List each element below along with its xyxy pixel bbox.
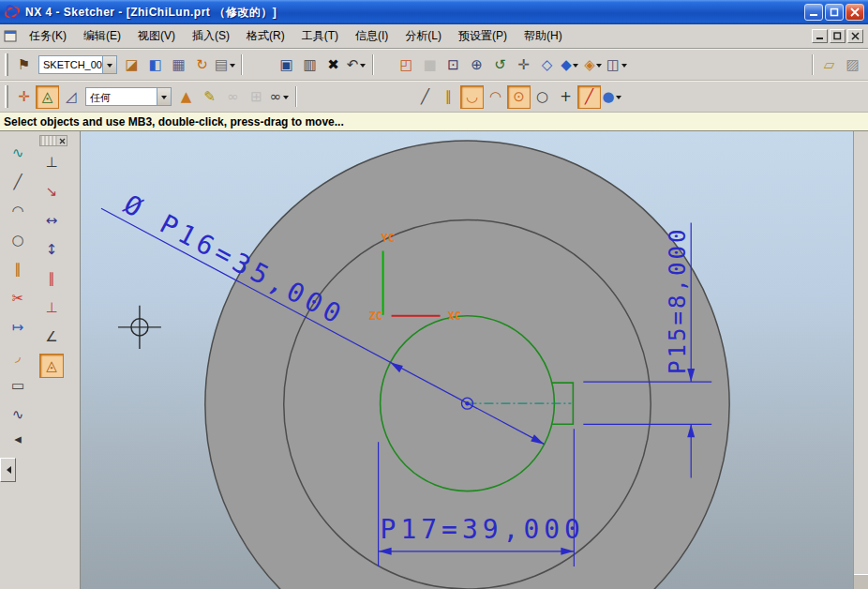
annotation-button[interactable]: ▨ xyxy=(841,53,864,77)
shaded-view-button[interactable]: ◆ xyxy=(559,53,582,77)
profile-tool-button[interactable]: ∿ xyxy=(6,141,30,165)
finish-sketch-button[interactable]: ⚑ xyxy=(12,53,36,77)
derived-line-button[interactable]: ∥ xyxy=(437,85,460,109)
menu-item-9[interactable]: 预设置(P) xyxy=(450,25,516,47)
print-button[interactable]: ▥ xyxy=(298,53,322,77)
point-tool-button[interactable]: + xyxy=(554,85,577,109)
circle-tool-button[interactable]: ○ xyxy=(531,85,554,109)
update-model-button[interactable]: ↻ xyxy=(190,53,214,77)
angle-dimension-button[interactable]: ∠ xyxy=(39,325,64,349)
fillet-button[interactable]: ◞ xyxy=(6,344,30,369)
fillet-tool-button[interactable]: ◡ xyxy=(460,85,484,109)
minimize-button[interactable] xyxy=(804,4,823,21)
derived-lines-button[interactable]: ∥ xyxy=(6,257,30,281)
reattach-sketch-button[interactable]: ◪ xyxy=(120,53,143,77)
orient-view-to-sketch-button[interactable]: ◧ xyxy=(143,53,167,77)
create-note-button[interactable]: ✎ xyxy=(198,85,221,109)
window-controls xyxy=(804,4,864,21)
menu-item-5[interactable]: 格式(R) xyxy=(238,25,293,47)
keyway-dim-text[interactable]: P15=8,000 xyxy=(665,226,691,374)
width-dim-text[interactable]: P17=39,000 xyxy=(381,514,585,545)
sketch-canvas[interactable]: YC ZC XC Ø P16=35,000 xyxy=(80,131,853,589)
auto-dimension-button[interactable]: ◿ xyxy=(59,85,82,109)
spline-tool-button[interactable]: ∿ xyxy=(6,402,30,427)
menu-item-8[interactable]: 分析(L) xyxy=(397,25,450,47)
chevron-down-icon[interactable] xyxy=(620,54,628,76)
right-scrollbar[interactable] xyxy=(853,131,868,589)
sketch-viewport[interactable]: YC ZC XC Ø P16=35,000 xyxy=(81,131,853,589)
chevron-down-icon[interactable] xyxy=(358,54,367,76)
palette-titlebar[interactable] xyxy=(39,135,67,146)
menu-item-10[interactable]: 帮助(H) xyxy=(516,25,571,47)
cascade-windows-button[interactable]: ◰ xyxy=(395,53,418,77)
close-button[interactable] xyxy=(846,4,864,21)
chain-select-icon: ∞ xyxy=(227,90,239,104)
grid-snap-button[interactable]: ⊞ xyxy=(245,85,268,109)
maximize-view-button[interactable]: ■ xyxy=(418,53,441,77)
show-all-constraints-button[interactable]: ◬ xyxy=(39,354,64,378)
child-minimize-button[interactable] xyxy=(812,29,828,43)
menu-item-7[interactable]: 信息(I) xyxy=(347,25,397,47)
selection-filter-combo[interactable]: 任何 xyxy=(85,87,172,106)
visual-preferences-button[interactable]: ∞ xyxy=(268,85,292,109)
dimension-button[interactable]: ↘ xyxy=(39,179,64,204)
restore-button[interactable] xyxy=(825,4,844,21)
menu-item-1[interactable]: 任务(K) xyxy=(21,25,75,47)
perpendicular-constraint-button[interactable]: ⊥ xyxy=(39,295,64,320)
menu-item-6[interactable]: 工具(T) xyxy=(293,25,347,47)
toolbar-grip[interactable] xyxy=(5,53,8,76)
zoom-box-button[interactable]: ⊡ xyxy=(441,53,465,77)
measure-button[interactable]: ▱ xyxy=(817,53,841,77)
more-curves-button[interactable]: ◂ xyxy=(6,431,30,446)
child-close-button[interactable] xyxy=(847,29,863,43)
quick-trim-button[interactable]: ╱ xyxy=(577,85,601,109)
menu-item-2[interactable]: 编辑(E) xyxy=(75,25,129,47)
chevron-down-icon[interactable] xyxy=(572,54,580,76)
arc-tool-button[interactable]: ◠ xyxy=(484,85,507,109)
auto-constrain-button[interactable]: ◬ xyxy=(36,85,59,109)
rotate-view-button[interactable]: ↺ xyxy=(488,53,512,77)
menu-item-4[interactable]: 插入(S) xyxy=(184,25,238,47)
constraints-button[interactable]: ⊥ xyxy=(39,150,64,174)
sketch-name-combo[interactable]: SKETCH_000 xyxy=(38,55,117,74)
save-button[interactable]: ▣ xyxy=(275,53,298,77)
display-options-button[interactable]: ▤ xyxy=(214,53,237,77)
quick-extend-button[interactable]: ↦ xyxy=(6,315,30,340)
arc-tool-button[interactable]: ◠ xyxy=(6,199,30,223)
chevron-down-icon[interactable] xyxy=(228,54,236,76)
chevron-down-icon[interactable] xyxy=(615,86,623,108)
perspective-button[interactable]: ◇ xyxy=(535,53,559,77)
wireframe-view-button[interactable]: ◈ xyxy=(582,53,606,77)
rectangle-tool-button[interactable]: ▭ xyxy=(6,373,30,398)
studio-spline-button[interactable]: ● xyxy=(601,85,624,109)
child-restore-button[interactable] xyxy=(830,29,846,43)
snap-angle-button[interactable]: ▲ xyxy=(174,85,198,109)
horizontal-dimension-button[interactable]: ↔ xyxy=(39,208,64,233)
arc-tool-icon: ◠ xyxy=(11,204,23,219)
undo-button[interactable]: ↶ xyxy=(345,53,368,77)
line-tool-button[interactable]: ╱ xyxy=(6,170,30,194)
line-tool-button[interactable]: ╱ xyxy=(413,85,437,109)
collapse-dock-button[interactable] xyxy=(0,458,16,482)
toolbar-grip[interactable] xyxy=(5,85,8,108)
snap-point-button[interactable]: ✛ xyxy=(12,85,36,109)
zoom-in-out-button[interactable]: ⊕ xyxy=(465,53,488,77)
view-layout-button[interactable]: ◫ xyxy=(606,53,629,77)
chevron-down-icon[interactable] xyxy=(157,88,171,105)
pan-view-button[interactable]: ✛ xyxy=(512,53,535,77)
parallel-constraint-button[interactable]: ∥ xyxy=(39,266,64,291)
circle-tool-button[interactable]: ○ xyxy=(6,228,30,252)
chevron-down-icon[interactable] xyxy=(102,56,116,73)
menu-item-3[interactable]: 视图(V) xyxy=(129,25,184,47)
vertical-dimension-button[interactable]: ↕ xyxy=(39,237,64,262)
chevron-down-icon[interactable] xyxy=(281,86,290,108)
circle-center-tool-button[interactable]: ⊙ xyxy=(507,85,531,109)
finish-sketch-icon: ⚑ xyxy=(18,58,30,72)
sketch-grid-button[interactable]: ▦ xyxy=(167,53,190,77)
close-icon[interactable] xyxy=(57,136,67,145)
vertical-dimension-icon: ↕ xyxy=(46,243,58,257)
chevron-down-icon[interactable] xyxy=(595,54,604,76)
delete-button[interactable]: ✖ xyxy=(322,53,345,77)
chain-select-button[interactable]: ∞ xyxy=(221,85,245,109)
quick-trim-button[interactable]: ✂ xyxy=(6,286,30,310)
